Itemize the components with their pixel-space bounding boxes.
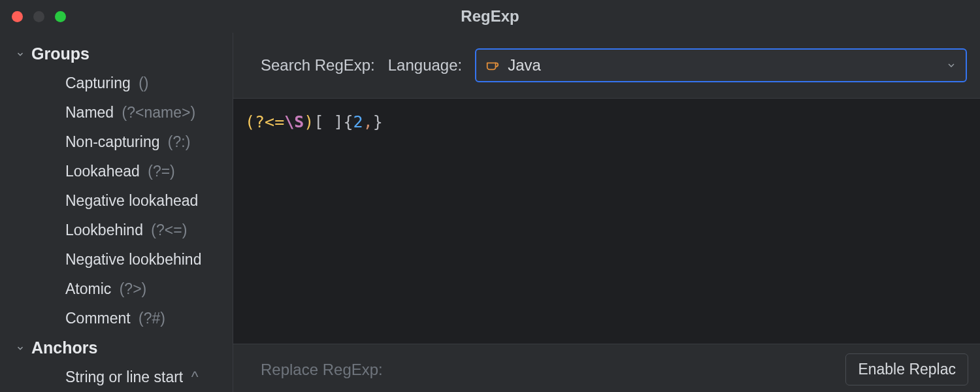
sidebar-section-anchors[interactable]: Anchors — [0, 333, 233, 363]
sidebar-section-label: Anchors — [31, 338, 97, 357]
zoom-window-button[interactable] — [55, 11, 66, 22]
enable-replace-button[interactable]: Enable Replac — [845, 353, 968, 385]
sidebar-item-label: Named — [65, 104, 114, 121]
sidebar-item-label: Lookbehind — [65, 221, 143, 238]
regexp-editor[interactable]: (?<=\S)[ ]{2,} — [233, 99, 980, 344]
sidebar-item-label: Lookahead — [65, 163, 140, 180]
sidebar-item-negative-lookahead[interactable]: Negative lookahead — [0, 186, 233, 216]
window-controls — [12, 11, 66, 22]
sidebar-item-label: Comment — [65, 310, 131, 327]
replace-toolbar: Replace RegExp: Enable Replac — [233, 344, 980, 392]
sidebar-section-label: Groups — [31, 44, 90, 63]
sidebar-item-comment[interactable]: Comment (?#) — [0, 304, 233, 333]
titlebar: RegExp — [0, 0, 980, 33]
sidebar-item-label: String or line start — [65, 368, 183, 385]
minimize-window-button[interactable] — [33, 11, 44, 22]
sidebar: Groups Capturing () Named (?<name>) Non-… — [0, 33, 233, 392]
sidebar-item-named[interactable]: Named (?<name>) — [0, 98, 233, 127]
main-panel: Search RegExp: Language: Java (?<=\S)[ ]… — [233, 33, 980, 392]
coffee-icon — [485, 58, 500, 73]
chevron-down-icon — [946, 56, 956, 74]
window-title: RegExp — [461, 7, 519, 25]
sidebar-item-hint: (?#) — [139, 310, 165, 327]
sidebar-item-string-start[interactable]: String or line start ^ — [0, 363, 233, 392]
sidebar-item-label: Atomic — [65, 280, 111, 297]
search-regexp-label: Search RegExp: — [261, 56, 375, 74]
sidebar-item-lookahead[interactable]: Lookahead (?=) — [0, 157, 233, 186]
language-select[interactable]: Java — [475, 48, 967, 82]
sidebar-item-label: Negative lookahead — [65, 192, 198, 209]
sidebar-item-hint: (?:) — [168, 133, 191, 150]
sidebar-item-hint: () — [139, 74, 148, 91]
chevron-down-icon — [16, 344, 25, 353]
sidebar-item-hint: ^ — [191, 368, 199, 385]
sidebar-item-label: Capturing — [65, 74, 131, 91]
sidebar-item-label: Non-capturing — [65, 133, 159, 150]
search-toolbar: Search RegExp: Language: Java — [233, 33, 980, 99]
sidebar-item-label: Negative lookbehind — [65, 251, 201, 268]
close-window-button[interactable] — [12, 11, 23, 22]
sidebar-item-hint: (?<name>) — [122, 104, 196, 121]
language-value: Java — [508, 56, 541, 74]
replace-regexp-label: Replace RegExp: — [261, 361, 383, 379]
sidebar-item-non-capturing[interactable]: Non-capturing (?:) — [0, 127, 233, 157]
chevron-down-icon — [16, 50, 25, 59]
sidebar-section-groups[interactable]: Groups — [0, 39, 233, 69]
sidebar-item-atomic[interactable]: Atomic (?>) — [0, 274, 233, 304]
sidebar-item-hint: (?>) — [120, 280, 147, 297]
sidebar-item-negative-lookbehind[interactable]: Negative lookbehind — [0, 245, 233, 274]
language-label: Language: — [388, 56, 462, 74]
sidebar-item-hint: (?=) — [148, 163, 175, 180]
sidebar-item-capturing[interactable]: Capturing () — [0, 69, 233, 98]
sidebar-item-lookbehind[interactable]: Lookbehind (?<=) — [0, 216, 233, 245]
sidebar-item-hint: (?<=) — [151, 221, 187, 238]
